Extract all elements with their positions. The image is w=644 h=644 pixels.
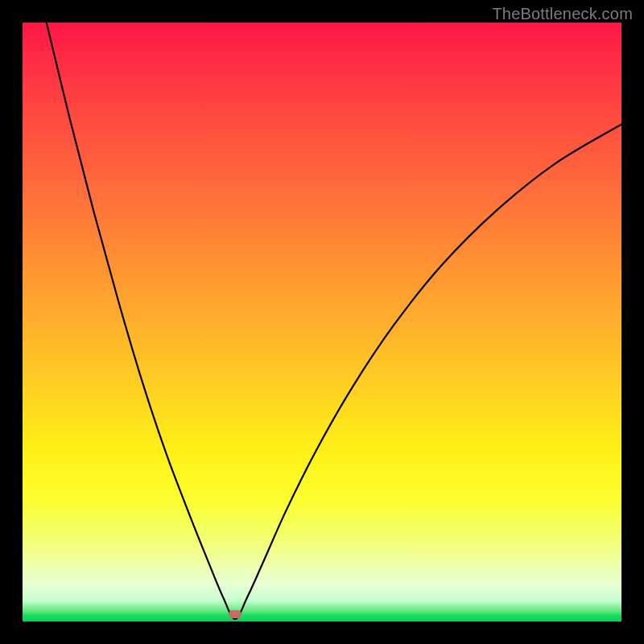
optimal-marker (229, 610, 242, 618)
plot-area (23, 23, 621, 621)
watermark-text: TheBottleneck.com (492, 5, 633, 23)
outer-frame: TheBottleneck.com (0, 0, 644, 644)
bottleneck-curve (23, 23, 621, 621)
